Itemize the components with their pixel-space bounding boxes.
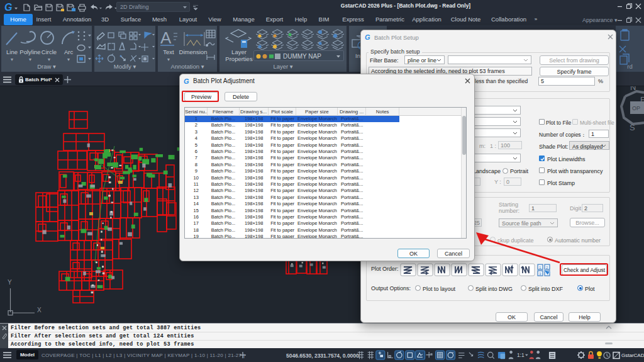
svg-text:S: S: [630, 123, 635, 132]
svg-text:Y: Y: [8, 279, 12, 286]
svg-text:G: G: [365, 33, 370, 40]
svg-text:E: E: [640, 95, 644, 105]
svg-text:N: N: [630, 86, 636, 92]
svg-text:G: G: [184, 77, 189, 84]
svg-text:X: X: [37, 307, 42, 314]
svg-text:G: G: [4, 2, 12, 13]
svg-text:1:1: 1:1: [517, 352, 525, 358]
svg-text:OP: OP: [632, 105, 640, 111]
svg-text:A: A: [160, 28, 172, 47]
